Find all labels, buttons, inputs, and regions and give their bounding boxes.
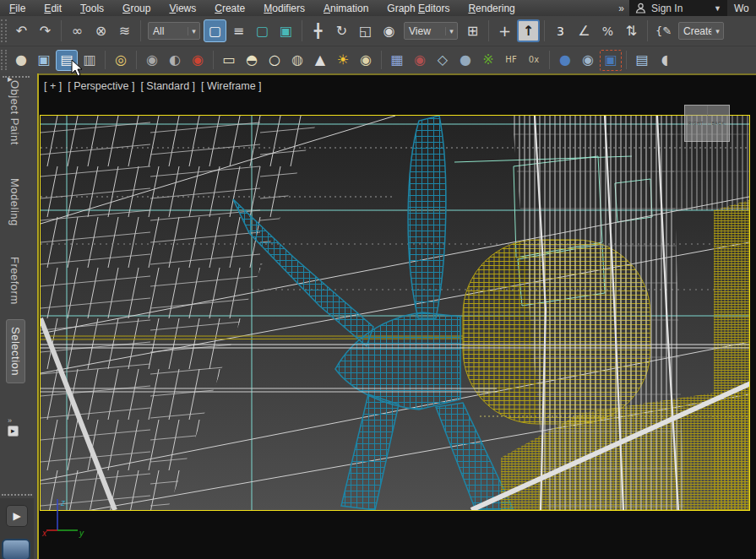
- ribbon-tab-object-paint[interactable]: Object Paint: [6, 73, 24, 152]
- angle-snap-toggle[interactable]: ∠: [573, 19, 596, 42]
- redo-button[interactable]: ↷: [34, 19, 57, 42]
- toolbar-separator: [647, 20, 648, 41]
- grass-button[interactable]: ※: [477, 50, 499, 71]
- ribbon-tab-freeform[interactable]: Freeform: [6, 250, 24, 312]
- menu-overflow-chevron[interactable]: »: [613, 3, 629, 14]
- unlink-selection-button[interactable]: ⊗: [90, 19, 112, 42]
- expand-panel-button[interactable]: ▶: [6, 505, 28, 527]
- rock-noise-button[interactable]: ●: [454, 50, 476, 71]
- rect-light-button[interactable]: ▭: [218, 50, 240, 71]
- rectangular-selection-region-icon: ▢: [256, 24, 269, 38]
- layer-explorer-button[interactable]: ▤: [631, 50, 653, 71]
- rendered-frame-window-icon: ▣: [37, 53, 50, 67]
- show-panel-icon[interactable]: ▸: [8, 73, 13, 84]
- viewport-label-segment-0[interactable]: [ + ]: [44, 80, 62, 92]
- layer-explorer-icon: ▤: [635, 53, 648, 67]
- menu-create[interactable]: Create: [205, 1, 254, 16]
- toolbar-separator: [140, 20, 141, 41]
- viewcube[interactable]: RIGHT BACK: [684, 105, 730, 142]
- light-array-button[interactable]: ▦: [386, 50, 408, 71]
- viewport-label-segment-1[interactable]: [ Perspective ]: [68, 80, 134, 92]
- menu-tools[interactable]: Tools: [71, 1, 113, 16]
- select-object-button[interactable]: ▢: [204, 19, 226, 42]
- bind-to-space-warp-button[interactable]: ≋: [113, 19, 136, 42]
- spot-light-button[interactable]: ▲: [309, 50, 331, 71]
- dome-light-button[interactable]: ◓: [241, 50, 263, 71]
- percent-snap-toggle[interactable]: %: [596, 19, 619, 42]
- spinner-snap-toggle[interactable]: ⇅: [620, 19, 643, 42]
- wireframe-teapot-icon: ◍: [291, 53, 303, 67]
- select-and-move-button[interactable]: ╋: [307, 19, 329, 42]
- select-by-name-button[interactable]: ≡: [227, 19, 250, 42]
- wireframe-teapot-button[interactable]: ◍: [286, 50, 308, 71]
- reference-coordinate-system-dropdown-arrow-icon[interactable]: ▾: [445, 27, 457, 35]
- menu-group[interactable]: Group: [113, 1, 160, 16]
- workspaces-label-partial[interactable]: Wo: [727, 0, 756, 16]
- viewcube-face-back[interactable]: BACK: [708, 106, 730, 141]
- viewcube-face-right[interactable]: RIGHT: [685, 106, 708, 141]
- menu-views[interactable]: Views: [160, 1, 205, 16]
- edit-named-selection-sets-button[interactable]: {✎: [652, 19, 675, 42]
- sidebar-divider: [2, 494, 32, 496]
- cinema-camera-button[interactable]: ◉: [187, 50, 209, 71]
- signin-caret-icon[interactable]: ▼: [714, 4, 721, 13]
- toolbar-grip[interactable]: [1, 50, 7, 71]
- hair-fur-button[interactable]: HF: [500, 50, 522, 71]
- camera-night-button[interactable]: ◐: [164, 50, 186, 71]
- selection-filter-dropdown[interactable]: All▾: [148, 22, 200, 40]
- named-selection-sets-dropdown[interactable]: Create ▾: [678, 22, 724, 40]
- menu-rendering[interactable]: Rendering: [459, 1, 524, 16]
- physical-spheres-button[interactable]: ◉: [409, 50, 431, 71]
- signin-control[interactable]: Sign In ▼: [629, 0, 727, 16]
- main-toolbar: ↶↷∞⊗≋All▾▢≡▢▣╋↻◱◉View▾⊞+↑3∠%⇅{✎Create ▾: [0, 16, 756, 46]
- select-and-place-button[interactable]: ◉: [378, 19, 400, 42]
- spinner-snap-icon: ⇅: [626, 24, 637, 38]
- safe-frame-region[interactable]: [40, 115, 750, 511]
- select-and-rotate-button[interactable]: ↻: [330, 19, 353, 42]
- select-and-manipulate-button[interactable]: +: [493, 19, 516, 42]
- isolate-selection-button[interactable]: ▣: [600, 50, 622, 71]
- menu-animation[interactable]: Animation: [314, 1, 378, 16]
- named-selection-sets-dropdown-arrow-icon[interactable]: ▾: [711, 27, 723, 35]
- assign-material-button[interactable]: ◉: [577, 50, 599, 71]
- snaps-toggle-3d[interactable]: 3: [549, 19, 572, 42]
- render-teapot-button[interactable]: ●: [10, 50, 32, 71]
- material-editor-button[interactable]: ●: [554, 50, 576, 71]
- use-pivot-point-center-button[interactable]: ⊞: [461, 19, 484, 42]
- window-crossing-toggle[interactable]: ▣: [275, 19, 297, 42]
- sphere-light-button[interactable]: ○: [264, 50, 286, 71]
- axis-y-label: y: [79, 529, 84, 538]
- menu-modifiers[interactable]: Modifiers: [254, 1, 314, 16]
- rendered-frame-window-button[interactable]: ▣: [33, 50, 55, 71]
- ox-map-button[interactable]: 0x: [523, 50, 545, 71]
- rectangular-selection-region-button[interactable]: ▢: [251, 19, 274, 42]
- menu-graph-editors[interactable]: Graph Editors: [378, 1, 459, 16]
- disc-light-button[interactable]: ◉: [355, 50, 377, 71]
- selection-filter-dropdown-arrow-icon[interactable]: ▾: [188, 27, 199, 35]
- sun-light-button[interactable]: ☀: [332, 50, 354, 71]
- reference-coordinate-system-dropdown[interactable]: View▾: [404, 22, 458, 40]
- select-and-scale-icon: ◱: [359, 24, 372, 38]
- render-presets-button[interactable]: ▥: [79, 50, 101, 71]
- clipped-blue-button[interactable]: [2, 539, 30, 559]
- undo-button[interactable]: ↶: [10, 19, 33, 42]
- render-setup-button[interactable]: ▤: [56, 50, 78, 71]
- viewport-border-top: [37, 73, 756, 75]
- flyout-arrow-icon[interactable]: ▸: [8, 426, 19, 437]
- viewport-label-segment-3[interactable]: [ Wireframe ]: [201, 80, 262, 92]
- toolbar-grip[interactable]: [1, 19, 7, 42]
- ribbon-tab-selection[interactable]: Selection: [6, 319, 25, 383]
- light-lister-button[interactable]: ◎: [110, 50, 132, 71]
- minimize-ribbon-icon[interactable]: »: [8, 416, 12, 425]
- perspective-viewport[interactable]: [ + ][ Perspective ][ Standard ][ Wirefr…: [37, 73, 756, 559]
- viewport-label-segment-2[interactable]: [ Standard ]: [140, 80, 195, 92]
- select-and-scale-button[interactable]: ◱: [354, 19, 377, 42]
- camera-button[interactable]: ◉: [141, 50, 163, 71]
- keyboard-shortcut-override-toggle[interactable]: ↑: [517, 19, 540, 42]
- prism-button[interactable]: ◇: [432, 50, 454, 71]
- menu-file[interactable]: File: [0, 1, 35, 16]
- menu-edit[interactable]: Edit: [35, 1, 71, 16]
- select-and-link-button[interactable]: ∞: [66, 19, 89, 42]
- ribbon-tab-modeling[interactable]: Modeling: [6, 171, 24, 233]
- clipped-round-button[interactable]: ◖: [654, 50, 676, 71]
